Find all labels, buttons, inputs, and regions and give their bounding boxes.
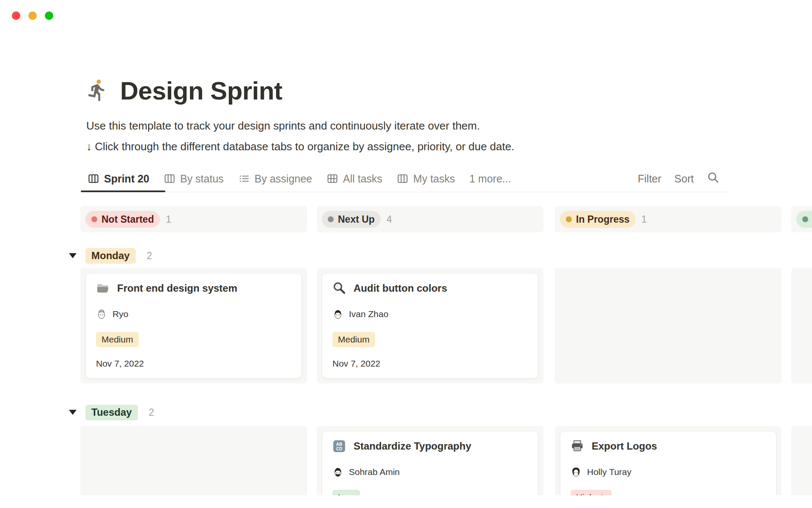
status-label: Not Started: [102, 214, 154, 225]
design-sprint-window: Design Sprint Use this template to track…: [0, 0, 812, 508]
card-assignee-row: Ivan Zhao: [332, 307, 528, 321]
tab-all-tasks[interactable]: All tasks: [326, 173, 382, 185]
group-count: 2: [149, 407, 154, 418]
assignee-name: Holly Turay: [587, 467, 631, 477]
status-pill: In Progress: [560, 211, 636, 228]
filter-button[interactable]: Filter: [638, 173, 661, 185]
status-dot-icon: [566, 216, 572, 222]
column-header-not-started[interactable]: Not Started 1: [80, 206, 307, 232]
table-icon: [326, 173, 338, 185]
card-title-row: Audit button colors: [332, 280, 528, 296]
column-header-partial[interactable]: [791, 206, 812, 232]
tab-label: Sprint 20: [104, 173, 149, 185]
list-icon: [238, 173, 250, 185]
card-title: Audit button colors: [354, 282, 447, 294]
status-dot-icon: [91, 216, 97, 222]
status-pill: [796, 211, 812, 228]
column-header-in-progress[interactable]: In Progress 1: [555, 206, 782, 232]
task-card-audit-button-colors[interactable]: Audit button colors Ivan Zhao Medium Nov…: [322, 273, 538, 378]
status-dot-icon: [802, 216, 808, 222]
tab-by-assignee[interactable]: By assignee: [238, 173, 312, 185]
avatar-ivan-zhao: [332, 309, 343, 320]
column-count: 1: [166, 214, 171, 225]
group-count: 2: [147, 250, 152, 262]
folder-icon: [96, 282, 110, 295]
board-cell-monday-in-progress: [555, 268, 782, 384]
board-cell-monday-partial: [791, 268, 812, 384]
priority-badge: Medium: [332, 332, 375, 347]
tab-more-views[interactable]: 1 more...: [469, 173, 511, 185]
status-label: In Progress: [576, 214, 630, 225]
active-tab-underline: [81, 190, 165, 192]
tab-my-tasks[interactable]: My tasks: [397, 173, 455, 185]
card-title-row: Export Logos: [571, 438, 766, 454]
collapse-triangle-icon[interactable]: [69, 253, 77, 258]
svg-text:CD: CD: [336, 447, 342, 451]
board-icon: [88, 173, 99, 185]
group-header-monday: Monday 2: [69, 248, 152, 264]
page-hint: ↓ Click through the different database t…: [86, 140, 514, 153]
assignee-name: Ivan Zhao: [349, 309, 388, 319]
tab-label: By assignee: [255, 173, 312, 185]
board-cell-monday-next-up: Audit button colors Ivan Zhao Medium Nov…: [317, 268, 543, 384]
magnifier-icon: [332, 282, 346, 295]
card-assignee-row: Ryo: [96, 307, 291, 321]
minimize-window-button[interactable]: [28, 11, 37, 20]
view-actions: Filter Sort: [638, 170, 719, 187]
board-cell-monday-not-started: Front end design system Ryo Medium Nov 7…: [80, 268, 307, 384]
abcd-icon: ABCD: [332, 439, 346, 453]
collapse-triangle-icon[interactable]: [69, 410, 77, 415]
tab-label: By status: [180, 173, 224, 185]
group-header-tuesday: Tuesday 2: [69, 404, 154, 420]
printer-icon: [571, 439, 584, 453]
avatar-holly-turay: [571, 467, 582, 478]
card-title: Front end design system: [117, 282, 237, 294]
assignee-name: Ryo: [112, 309, 128, 319]
tab-label: 1 more...: [469, 173, 511, 185]
status-pill: Not Started: [85, 211, 160, 228]
tab-sprint-20[interactable]: Sprint 20: [88, 173, 149, 185]
avatar-ryo: [96, 309, 107, 320]
column-count: 4: [387, 214, 392, 225]
avatar-sohrab-amin: [332, 467, 343, 478]
priority-label: Medium: [102, 334, 133, 345]
tabs-divider: [81, 192, 731, 192]
card-title: Export Logos: [592, 440, 657, 452]
assignee-name: Sohrab Amin: [349, 467, 400, 477]
card-assignee-row: Holly Turay: [571, 465, 766, 479]
group-badge[interactable]: Monday: [85, 248, 136, 264]
board-icon: [164, 173, 176, 185]
tab-label: My tasks: [413, 173, 455, 185]
tab-by-status[interactable]: By status: [164, 173, 224, 185]
card-title-row: Front end design system: [96, 280, 291, 296]
status-label: Next Up: [338, 214, 375, 225]
card-title: Standardize Typography: [354, 440, 471, 452]
svg-text:AB: AB: [336, 442, 342, 447]
tab-label: All tasks: [343, 173, 382, 185]
page-header: Design Sprint: [85, 76, 283, 105]
card-title-row: ABCD Standardize Typography: [332, 438, 528, 454]
search-icon[interactable]: [707, 171, 719, 186]
column-header-next-up[interactable]: Next Up 4: [317, 206, 543, 232]
bottom-whitespace: [0, 495, 812, 508]
maximize-window-button[interactable]: [45, 11, 53, 20]
page-description: Use this template to track your design s…: [86, 119, 480, 133]
group-badge[interactable]: Tuesday: [85, 405, 138, 420]
column-count: 1: [642, 214, 647, 225]
status-dot-icon: [328, 216, 334, 222]
priority-label: Medium: [338, 334, 370, 345]
runner-emoji: [85, 78, 109, 104]
due-date: Nov 7, 2022: [332, 358, 528, 369]
view-tabs: Sprint 20 By status By assignee All task…: [88, 170, 511, 187]
card-assignee-row: Sohrab Amin: [332, 465, 528, 479]
status-pill: Next Up: [322, 211, 381, 228]
priority-badge: Medium: [96, 332, 139, 347]
task-card-front-end-design-system[interactable]: Front end design system Ryo Medium Nov 7…: [85, 273, 302, 378]
page-title: Design Sprint: [120, 76, 283, 105]
close-window-button[interactable]: [12, 11, 20, 20]
sort-button[interactable]: Sort: [675, 173, 694, 185]
due-date: Nov 7, 2022: [96, 358, 291, 369]
board-icon: [397, 173, 409, 185]
